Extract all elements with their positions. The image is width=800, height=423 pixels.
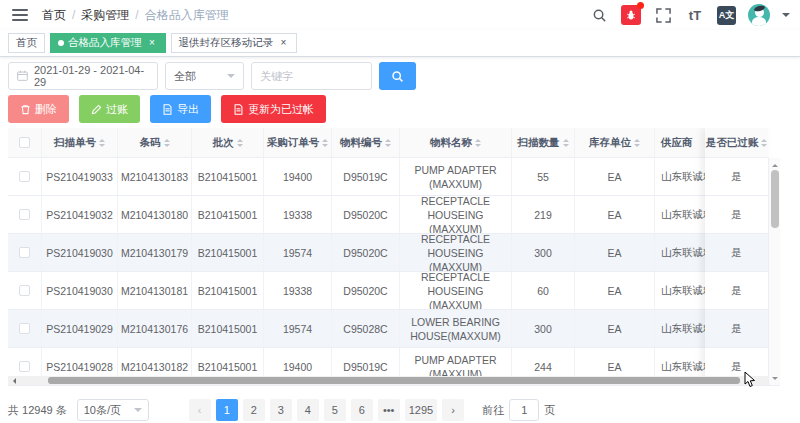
top-navbar: 首页 / 采购管理 / 合格品入库管理 tT A文 bbox=[0, 0, 800, 30]
page-button-5[interactable]: 5 bbox=[324, 399, 346, 421]
col-batch[interactable]: 批次 bbox=[192, 128, 264, 157]
tab-return-seal-records[interactable]: 退供封存区移动记录 × bbox=[171, 33, 298, 53]
cell-batch: B210415001 bbox=[192, 310, 264, 347]
col-material-name[interactable]: 物料名称 bbox=[400, 128, 512, 157]
sort-caret-icon[interactable] bbox=[322, 136, 328, 150]
col-posted[interactable]: 是否已过账 bbox=[705, 128, 768, 158]
table-row[interactable]: PS210419033 M2104130183 B210415001 19400… bbox=[8, 158, 720, 196]
sort-caret-icon[interactable] bbox=[634, 136, 640, 150]
cell-barcode: M2104130176 bbox=[118, 310, 192, 347]
cell-batch: B210415001 bbox=[192, 234, 264, 271]
vertical-scroll-thumb[interactable] bbox=[771, 170, 779, 228]
scroll-up-icon[interactable] bbox=[772, 161, 778, 167]
col-po-no[interactable]: 采购订单号 bbox=[264, 128, 332, 157]
cell-unit: EA bbox=[575, 234, 655, 271]
row-checkbox[interactable] bbox=[19, 361, 30, 372]
button-label: 删除 bbox=[35, 102, 57, 117]
row-checkbox[interactable] bbox=[19, 247, 30, 258]
button-label: 过账 bbox=[106, 102, 128, 117]
table-body: PS210419033 M2104130183 B210415001 19400… bbox=[8, 158, 720, 386]
delete-button[interactable]: 删除 bbox=[8, 95, 69, 123]
tab-qualified-inbound[interactable]: 合格品入库管理 × bbox=[50, 33, 166, 53]
horizontal-scroll-thumb[interactable] bbox=[48, 377, 740, 384]
sort-caret-icon[interactable] bbox=[563, 136, 569, 150]
row-checkbox[interactable] bbox=[19, 323, 30, 334]
goto-page-input[interactable] bbox=[509, 399, 539, 421]
page-button-1[interactable]: 1 bbox=[216, 399, 238, 421]
document-icon bbox=[233, 104, 244, 115]
row-checkbox[interactable] bbox=[19, 171, 30, 182]
sort-caret-icon[interactable] bbox=[385, 136, 391, 150]
text-size-icon[interactable]: tT bbox=[685, 5, 705, 25]
search-icon[interactable] bbox=[589, 5, 609, 25]
page-button-4[interactable]: 4 bbox=[297, 399, 319, 421]
edit-pen-icon bbox=[91, 104, 102, 115]
prev-page-button[interactable]: ‹ bbox=[189, 399, 211, 421]
select-all-cell bbox=[8, 128, 42, 157]
sort-caret-icon[interactable] bbox=[761, 136, 767, 150]
fullscreen-icon[interactable] bbox=[653, 5, 673, 25]
caret-down-icon[interactable] bbox=[782, 13, 790, 21]
page-button-2[interactable]: 2 bbox=[243, 399, 265, 421]
sort-caret-icon[interactable] bbox=[475, 136, 481, 150]
page-button-6[interactable]: 6 bbox=[351, 399, 373, 421]
cell-barcode: M2104130180 bbox=[118, 196, 192, 233]
cell-qty: 55 bbox=[512, 158, 575, 195]
chevron-down-icon bbox=[134, 408, 142, 416]
pager: ‹ 1 2 3 4 5 6 ••• 1295 › bbox=[189, 399, 464, 421]
date-range-picker[interactable]: 2021-01-29 - 2021-04-29 bbox=[8, 62, 158, 90]
keyword-input[interactable] bbox=[251, 62, 372, 90]
table-row[interactable]: PS210419030 M2104130179 B210415001 19574… bbox=[8, 234, 720, 272]
hamburger-icon[interactable] bbox=[12, 9, 28, 21]
scroll-down-icon[interactable] bbox=[772, 377, 778, 383]
chevron-down-icon bbox=[227, 74, 235, 82]
search-button[interactable] bbox=[379, 62, 416, 90]
cell-unit: EA bbox=[575, 310, 655, 347]
row-checkbox[interactable] bbox=[19, 285, 30, 296]
sort-caret-icon[interactable] bbox=[237, 136, 243, 150]
update-posted-button[interactable]: 更新为已过帐 bbox=[221, 95, 326, 123]
page-button-3[interactable]: 3 bbox=[270, 399, 292, 421]
col-scan-no[interactable]: 扫描单号 bbox=[42, 128, 118, 157]
error-log-icon[interactable] bbox=[621, 5, 641, 25]
cell-po-no: 19400 bbox=[264, 158, 332, 195]
cell-posted: 是 bbox=[705, 272, 768, 310]
breadcrumb-current: 合格品入库管理 bbox=[145, 7, 229, 24]
table-row[interactable]: PS210419032 M2104130180 B210415001 19338… bbox=[8, 196, 720, 234]
cell-material-name: LOWER BEARING HOUSE(MAXXUM) bbox=[400, 310, 512, 347]
sort-caret-icon[interactable] bbox=[164, 136, 170, 150]
select-all-checkbox[interactable] bbox=[19, 137, 30, 148]
vertical-scrollbar[interactable] bbox=[768, 158, 780, 386]
table-row[interactable]: PS210419029 M2104130176 B210415001 19574… bbox=[8, 310, 720, 348]
close-icon[interactable]: × bbox=[147, 38, 158, 49]
post-button[interactable]: 过账 bbox=[79, 95, 140, 123]
col-scan-qty[interactable]: 扫描数量 bbox=[512, 128, 575, 157]
type-select[interactable]: 全部 bbox=[165, 62, 244, 90]
cell-posted: 是 bbox=[705, 234, 768, 272]
horizontal-scrollbar[interactable] bbox=[8, 376, 768, 385]
page-size-select[interactable]: 10条/页 bbox=[77, 399, 149, 421]
cell-material-name: RECEPTACLE HOUSEING (MAXXUM) bbox=[400, 272, 512, 309]
scroll-left-icon[interactable] bbox=[10, 378, 16, 384]
trash-icon bbox=[20, 104, 31, 115]
breadcrumb-purchase[interactable]: 采购管理 bbox=[81, 7, 129, 24]
cell-unit: EA bbox=[575, 196, 655, 233]
close-icon[interactable]: × bbox=[278, 38, 289, 49]
cell-qty: 300 bbox=[512, 234, 575, 271]
table-row[interactable]: PS210419030 M2104130181 B210415001 19338… bbox=[8, 272, 720, 310]
avatar[interactable] bbox=[748, 4, 770, 26]
breadcrumb-home[interactable]: 首页 bbox=[42, 7, 66, 24]
col-barcode[interactable]: 条码 bbox=[118, 128, 192, 157]
cell-unit: EA bbox=[575, 158, 655, 195]
row-checkbox[interactable] bbox=[19, 209, 30, 220]
col-unit[interactable]: 库存单位 bbox=[575, 128, 655, 157]
next-page-button[interactable]: › bbox=[442, 399, 464, 421]
more-pages-button[interactable]: ••• bbox=[378, 399, 400, 421]
export-button[interactable]: 导出 bbox=[150, 95, 211, 123]
sort-caret-icon[interactable] bbox=[99, 136, 105, 150]
language-icon[interactable]: A文 bbox=[717, 6, 736, 25]
last-page-button[interactable]: 1295 bbox=[405, 399, 437, 421]
col-material-no[interactable]: 物料编号 bbox=[332, 128, 400, 157]
tab-home[interactable]: 首页 bbox=[8, 33, 45, 53]
document-icon bbox=[162, 104, 173, 115]
